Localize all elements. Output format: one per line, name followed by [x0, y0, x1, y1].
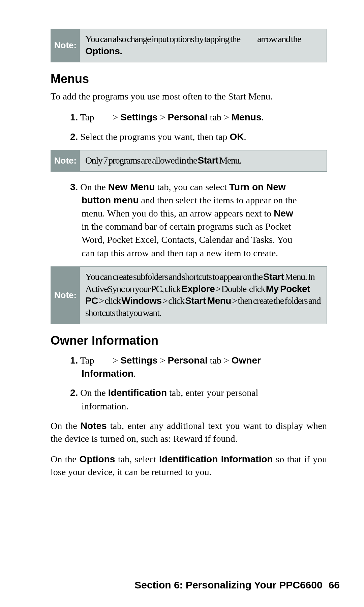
step-bold: Identification	[108, 387, 167, 398]
p-bold: Identification Information	[159, 454, 273, 464]
step-bold: Menus	[232, 112, 262, 122]
note-body: You can also change input options by tap…	[80, 29, 327, 62]
step-text: >	[110, 112, 120, 122]
list-item: 3. On the New Menu tab, you can select T…	[70, 180, 297, 260]
note-bold: Explore	[181, 284, 215, 294]
note-input-options: Note: You can also change input options …	[51, 29, 327, 62]
list-item: 1. Tap > Settings > Personal tab > Owner…	[70, 354, 297, 380]
p-bold: Options	[80, 454, 115, 464]
step-text: >	[158, 355, 168, 366]
step-text: tab >	[208, 112, 232, 122]
p-text: tab, select	[115, 454, 159, 464]
step-bold: Personal	[168, 112, 208, 122]
note-bold: Options.	[85, 46, 122, 56]
menus-steps: 1. Tap > Settings > Personal tab > Menus…	[70, 111, 327, 143]
owner-steps: 1. Tap > Settings > Personal tab > Owner…	[70, 354, 327, 413]
footer-page-number: 66	[329, 579, 340, 590]
step-text: Tap	[80, 355, 94, 366]
step-number: 2.	[70, 387, 78, 398]
note-text: > click	[98, 295, 122, 306]
page-footer: Section 6: Personalizing Your PPC660066	[0, 579, 364, 591]
step-bold: OK	[230, 132, 244, 142]
note-bold: Start	[198, 155, 218, 166]
note-subfolders: Note: You can create subfolders and shor…	[51, 266, 327, 324]
note-body: You can create subfolders and shortcuts …	[80, 267, 327, 324]
owner-options-paragraph: On the Options tab, select Identificatio…	[51, 453, 327, 479]
step-text: .	[133, 368, 136, 379]
heading-menus: Menus	[51, 72, 327, 86]
note-label: Note:	[51, 150, 80, 171]
note-text: You can create subfolders and shortcuts …	[85, 271, 263, 282]
menus-steps-cont: 3. On the New Menu tab, you can select T…	[70, 180, 327, 260]
note-label: Note:	[51, 267, 80, 324]
note-bold: Start	[263, 271, 284, 282]
step-text: tab >	[208, 355, 232, 366]
p-text: On the	[51, 421, 81, 431]
p-bold: Notes	[81, 421, 107, 431]
step-bold: New Menu	[108, 182, 155, 192]
note-bold: Windows	[122, 295, 162, 306]
note-body: Only 7 programs are allowed in the Start…	[80, 150, 327, 171]
owner-notes-paragraph: On the Notes tab, enter any additional t…	[51, 420, 327, 445]
step-text: >	[110, 355, 120, 366]
step-text: >	[158, 112, 168, 122]
page: Note: You can also change input options …	[0, 0, 364, 607]
menus-intro: To add the programs you use most often t…	[51, 90, 327, 103]
step-bold: Settings	[120, 112, 157, 122]
step-bold: Settings	[120, 355, 157, 366]
step-bold: New	[274, 208, 293, 219]
note-text: You can also change input options by tap…	[85, 34, 241, 44]
heading-owner-information: Owner Information	[51, 334, 327, 348]
note-label: Note:	[51, 29, 80, 62]
note-seven-programs: Note: Only 7 programs are allowed in the…	[51, 150, 327, 172]
note-text: Only 7 programs are allowed in the	[85, 155, 198, 166]
step-text: On the	[80, 387, 108, 398]
p-text: On the	[51, 454, 80, 464]
note-bold: Start Menu	[185, 295, 231, 306]
step-number: 1.	[70, 112, 78, 122]
step-number: 2.	[70, 132, 78, 142]
step-text: in the command bar of certain programs s…	[82, 221, 292, 258]
list-item: 1. Tap > Settings > Personal tab > Menus…	[70, 111, 297, 124]
step-number: 1.	[70, 355, 78, 366]
step-text: Tap	[80, 112, 94, 122]
list-item: 2. Select the programs you want, then ta…	[70, 130, 297, 143]
step-bold: Personal	[168, 355, 208, 366]
step-number: 3.	[70, 182, 78, 192]
list-item: 2. On the Identification tab, enter your…	[70, 386, 297, 412]
step-text: Select the programs you want, then tap	[80, 132, 230, 142]
footer-section: Section 6: Personalizing Your PPC6600	[134, 579, 322, 590]
step-text: .	[244, 132, 246, 142]
note-text: Menu.	[218, 155, 241, 166]
note-text: > Double-click	[215, 284, 266, 294]
note-text: > click	[162, 295, 185, 306]
note-text: arrow and the	[257, 34, 301, 44]
step-text: .	[261, 112, 264, 122]
step-text: tab, you can select	[155, 182, 229, 192]
step-text: On the	[80, 182, 108, 192]
